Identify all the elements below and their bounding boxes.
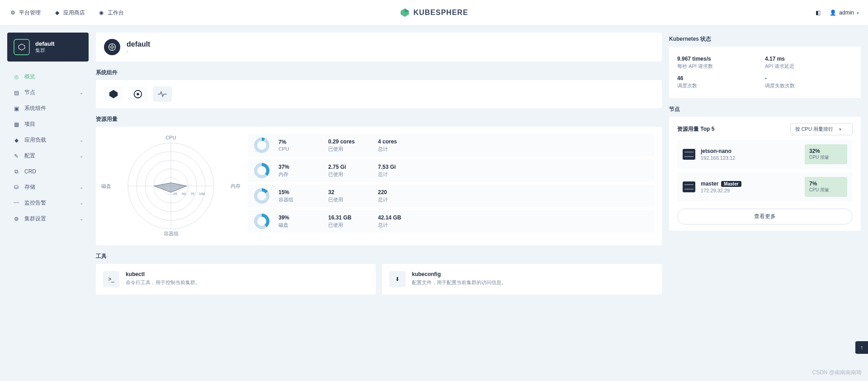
component-kubesphere[interactable] bbox=[104, 86, 123, 102]
appstore-icon: ◆ bbox=[53, 9, 61, 16]
nav-label: 节点 bbox=[24, 89, 35, 96]
resources-card: 25 50 75 100 CPU 内存 容器组 磁盘 7%CPU0.29 cor… bbox=[96, 127, 662, 245]
gear-icon: ⚙ bbox=[9, 9, 16, 16]
nav-workbench[interactable]: ◉ 工作台 bbox=[98, 9, 124, 17]
view-more-button[interactable]: 查看更多 bbox=[677, 209, 853, 224]
radar-chart: 25 50 75 100 CPU 内存 容器组 磁盘 bbox=[103, 134, 239, 238]
sidebar-item-projects[interactable]: ▦项目 bbox=[7, 116, 89, 132]
metric-pct: 39% bbox=[278, 214, 319, 221]
sort-label: 按 CPU 用量排行 bbox=[795, 126, 833, 132]
svg-text:25: 25 bbox=[173, 192, 177, 196]
chevron-down-icon: ⌄ bbox=[80, 153, 83, 158]
metric-used-lbl: 已使用 bbox=[328, 146, 369, 152]
metric-total-lbl: 总计 bbox=[378, 196, 419, 203]
metric-used-lbl: 已使用 bbox=[328, 171, 369, 178]
workbench-icon: ◉ bbox=[98, 9, 105, 16]
tools-grid: >_kubectl命令行工具，用于控制当前集群。⬇kubeconfig配置文件，… bbox=[96, 264, 662, 295]
metric-row-容器组: 15%容器组32已使用220总计 bbox=[248, 185, 655, 207]
node-name: master Master bbox=[701, 181, 799, 187]
page-header: default - bbox=[96, 33, 662, 62]
sidebar: default 集群 ◎概览▤节点⌄▣系统组件▦项目◆应用负载⌄✎配置⌄⧉CRD… bbox=[7, 33, 96, 295]
svg-point-9 bbox=[137, 93, 139, 95]
username: admin bbox=[839, 10, 854, 16]
nav-label: 存储 bbox=[24, 183, 35, 191]
sidebar-item-nodes[interactable]: ▤节点⌄ bbox=[7, 85, 89, 100]
brand-text: KUBESPHERE bbox=[413, 9, 468, 17]
sidebar-item-settings[interactable]: ⚙集群设置⌄ bbox=[7, 211, 89, 227]
svg-marker-2 bbox=[19, 44, 25, 50]
donut-icon bbox=[254, 138, 269, 153]
section-nodes-title: 节点 bbox=[669, 105, 861, 113]
kstat-lbl: 每秒 API 请求数 bbox=[677, 63, 765, 70]
sidebar-item-monitor[interactable]: 〰监控告警⌄ bbox=[7, 195, 89, 211]
sidebar-item-storage[interactable]: ⛁存储⌄ bbox=[7, 179, 89, 195]
user-menu[interactable]: 👤 admin ▾ bbox=[830, 10, 859, 16]
metric-name: 容器组 bbox=[278, 196, 319, 203]
tool-title: kubeconfig bbox=[412, 271, 506, 277]
metric-pct: 7% bbox=[278, 139, 319, 145]
svg-marker-7 bbox=[109, 90, 118, 98]
sidebar-nav: ◎概览▤节点⌄▣系统组件▦项目◆应用负载⌄✎配置⌄⧉CRD⛁存储⌄〰监控告警⌄⚙… bbox=[7, 69, 89, 227]
metric-row-CPU: 7%CPU0.29 cores已使用4 cores总计 bbox=[248, 134, 655, 157]
donut-icon bbox=[254, 214, 269, 229]
avatar-icon: 👤 bbox=[830, 10, 836, 16]
kstat-val: 9.967 times/s bbox=[677, 56, 765, 62]
section-components-title: 系统组件 bbox=[96, 69, 662, 76]
tool-desc: 命令行工具，用于控制当前集群。 bbox=[126, 279, 200, 286]
nav-label: 系统组件 bbox=[24, 105, 46, 112]
component-kubernetes[interactable] bbox=[128, 86, 147, 102]
metric-name: 磁盘 bbox=[278, 222, 319, 229]
tool-kubectl[interactable]: >_kubectl命令行工具，用于控制当前集群。 bbox=[96, 264, 376, 295]
brand: KUBESPHERE bbox=[400, 8, 468, 18]
nodes-card: 资源用量 Top 5 按 CPU 用量排行 ▾ jetson-nano192.1… bbox=[669, 117, 861, 231]
kubernetes-status-card: 9.967 times/s每秒 API 请求数4.17 msAPI 请求延迟46… bbox=[669, 47, 861, 98]
nav-platform[interactable]: ⚙ 平台管理 bbox=[9, 9, 41, 17]
nav-appstore-label: 应用商店 bbox=[63, 9, 85, 17]
chevron-down-icon: ⌄ bbox=[80, 185, 83, 190]
node-row[interactable]: master Master172.29.32.297%CPU 用量 bbox=[677, 172, 853, 201]
notification-icon[interactable]: ◧ bbox=[816, 10, 821, 16]
workloads-icon: ◆ bbox=[13, 137, 20, 144]
cluster-header-icon bbox=[104, 39, 120, 55]
donut-icon bbox=[254, 163, 269, 178]
cluster-sub: 集群 bbox=[35, 47, 55, 54]
master-badge: Master bbox=[721, 181, 741, 187]
system-components-card bbox=[96, 80, 662, 108]
component-monitoring[interactable] bbox=[153, 86, 172, 102]
nav-platform-label: 平台管理 bbox=[19, 9, 41, 17]
nav-label: 集群设置 bbox=[24, 215, 46, 223]
nodes-top-label: 资源用量 Top 5 bbox=[677, 125, 714, 133]
sidebar-item-workloads[interactable]: ◆应用负载⌄ bbox=[7, 132, 89, 148]
cluster-card[interactable]: default 集群 bbox=[7, 33, 89, 62]
sidebar-item-components[interactable]: ▣系统组件 bbox=[7, 100, 89, 116]
metric-row-内存: 37%内存2.75 Gi已使用7.53 Gi总计 bbox=[248, 159, 655, 182]
download-icon: ⬇ bbox=[389, 271, 406, 287]
terminal-icon: >_ bbox=[103, 271, 119, 287]
tool-kubeconfig[interactable]: ⬇kubeconfig配置文件，用于配置当前集群的访问信息。 bbox=[382, 264, 662, 295]
page-subtitle: - bbox=[127, 48, 150, 54]
section-tools-title: 工具 bbox=[96, 252, 662, 260]
metric-name: CPU bbox=[278, 146, 319, 152]
sidebar-item-config[interactable]: ✎配置⌄ bbox=[7, 148, 89, 164]
tool-desc: 配置文件，用于配置当前集群的访问信息。 bbox=[412, 279, 506, 286]
tool-title: kubectl bbox=[126, 271, 200, 277]
metric-total: 4 cores bbox=[378, 138, 419, 145]
metric-name: 内存 bbox=[278, 171, 319, 178]
sidebar-item-crd[interactable]: ⧉CRD bbox=[7, 164, 89, 179]
metric-pct: 15% bbox=[278, 189, 319, 195]
kstatus-item: 46调度次数 bbox=[677, 72, 765, 92]
radar-axis-mem: 内存 bbox=[231, 183, 241, 190]
overview-icon: ◎ bbox=[13, 73, 20, 81]
node-row[interactable]: jetson-nano192.168.123.1232%CPU 用量 bbox=[677, 140, 853, 169]
metric-total-lbl: 总计 bbox=[378, 146, 419, 152]
nav-appstore[interactable]: ◆ 应用商店 bbox=[53, 9, 85, 17]
sidebar-item-overview[interactable]: ◎概览 bbox=[7, 69, 89, 85]
nodes-sort-select[interactable]: 按 CPU 用量排行 ▾ bbox=[790, 123, 853, 135]
kstat-lbl: API 请求延迟 bbox=[765, 63, 853, 70]
nav-workbench-label: 工作台 bbox=[108, 9, 124, 17]
cluster-name: default bbox=[35, 40, 55, 47]
server-icon bbox=[683, 181, 695, 192]
nav-label: 配置 bbox=[24, 152, 35, 160]
chevron-down-icon: ⌄ bbox=[80, 90, 83, 95]
kstat-lbl: 调度次数 bbox=[677, 82, 765, 89]
